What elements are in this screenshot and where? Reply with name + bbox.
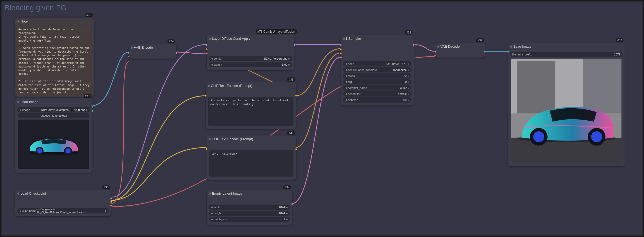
sched-value: normal — [398, 92, 407, 95]
steps-number[interactable]: ◀steps20▶ — [343, 73, 412, 78]
workflow-canvas[interactable]: Blending given FG #73 ComfyUI-layerdiffu… — [1, 1, 643, 236]
port-model-out[interactable] — [293, 44, 296, 46]
node-clip-positive[interactable]: #35 CLIP Text Encode (Prompt) A sports c… — [206, 82, 296, 129]
port-model-in[interactable] — [340, 44, 342, 46]
port-clip-in[interactable] — [205, 95, 207, 97]
port-mask-out[interactable] — [91, 110, 94, 112]
node-layer-diffuse[interactable]: Layer Diffuse Cond Apply ◀config SDXL, F… — [207, 35, 294, 70]
node-clip-negative[interactable]: #36 CLIP Text Encode (Prompt) text, wate… — [206, 136, 296, 180]
denoise-number[interactable]: ◀denoise1.00▶ — [343, 97, 412, 103]
port-latent-out[interactable] — [413, 44, 415, 46]
port-images-in[interactable] — [507, 51, 509, 53]
node-badge: #32 — [405, 30, 413, 35]
node-title: Load Checkpoint — [15, 190, 111, 197]
node-title: CLIP Text Encode (Prompt) — [206, 82, 296, 89]
node-badge: #82 — [616, 38, 624, 42]
sampler-combo[interactable]: ◀sampler_nameeuler▶ — [343, 85, 412, 91]
node-vae-decode[interactable]: #39 VAE Decode — [435, 43, 485, 58]
svg-point-4 — [66, 148, 71, 154]
port-cond-out[interactable] — [295, 95, 297, 97]
port-positive-in[interactable] — [340, 48, 342, 50]
port-vae-in[interactable] — [434, 54, 436, 57]
height-number[interactable]: ◀height1024▶ — [209, 211, 290, 216]
port-image-out[interactable] — [484, 51, 486, 53]
port-cond-in[interactable] — [206, 48, 208, 50]
steps-label: steps — [348, 74, 355, 77]
cfg-label: cfg — [348, 80, 352, 83]
port-latent-in[interactable] — [206, 52, 208, 54]
prompt-text[interactable]: A sports car parked on the side of the s… — [208, 97, 293, 126]
svg-point-14 — [591, 131, 602, 142]
node-title: VAE Encode — [129, 44, 176, 51]
seed-number[interactable]: ◀seed218340940027871▶ — [343, 61, 412, 66]
width-number[interactable]: ◀width1024▶ — [209, 205, 290, 210]
prefix-label: filename_prefix — [512, 53, 532, 56]
port-clip-in[interactable] — [205, 148, 208, 150]
ctrl-value: randomize — [393, 68, 407, 71]
batch-value: 1 — [283, 218, 285, 221]
batch-label: batch_size — [214, 218, 228, 221]
node-title: KSampler — [341, 35, 414, 42]
port-vae-out[interactable] — [110, 205, 112, 207]
prefix-value: 1079 — [614, 53, 620, 56]
seed-value: 218340940027871 — [383, 62, 407, 65]
denoise-label: denoise — [348, 98, 358, 101]
ckpt-label: ckpt_name — [22, 209, 36, 212]
node-ksampler[interactable]: #32 KSampler ◀seed218340940027871▶ ◀cont… — [341, 35, 414, 105]
config-combo[interactable]: ◀config SDXL, Foreground▶ — [209, 56, 292, 61]
image-combo[interactable]: ◀image RunComfy_examples_1079_0.png▶ — [17, 107, 90, 112]
node-badge: #34 — [283, 185, 291, 189]
node-title: CLIP Text Encode (Prompt) — [206, 136, 296, 143]
node-vae-encode[interactable]: #74 VAE Encode — [129, 44, 176, 59]
node-title: Load Image — [15, 98, 92, 105]
steps-value: 20 — [403, 74, 407, 77]
port-latent-out[interactable] — [291, 203, 293, 205]
input-image-preview — [18, 120, 89, 169]
port-negative-in[interactable] — [340, 52, 342, 54]
port-clip-out[interactable] — [110, 201, 112, 203]
sampler-value: euler — [400, 86, 407, 89]
node-badge: #79 — [85, 13, 93, 17]
node-badge: #36 — [287, 131, 295, 135]
node-badge: #33 — [102, 185, 110, 189]
weight-value: 1.00 — [282, 63, 287, 66]
port-vae-in[interactable] — [128, 55, 130, 58]
workflow-title: Blending given FG — [5, 4, 66, 12]
batch-number[interactable]: ◀batch_size1▶ — [209, 217, 290, 222]
node-badge: #37 — [84, 94, 91, 98]
cfg-number[interactable]: ◀cfg8.0▶ — [343, 79, 412, 84]
port-image-out[interactable] — [91, 106, 94, 108]
node-load-checkpoint[interactable]: #33 Load Checkpoint ◀ckpt_name sdxlJugge… — [15, 190, 111, 216]
port-pixels-in[interactable] — [128, 52, 130, 54]
filename-prefix[interactable]: filename_prefix 1079 — [510, 52, 623, 57]
sampler-label: sampler_name — [348, 86, 367, 89]
node-empty-latent[interactable]: #34 Empty Latent Image ◀width1024▶ ◀heig… — [207, 190, 292, 225]
svg-rect-7 — [517, 61, 555, 114]
node-title: Save Image — [508, 43, 625, 50]
node-badge: #35 — [287, 77, 295, 82]
node-title: VAE Decode — [435, 43, 485, 50]
weight-label: weight — [214, 63, 222, 66]
denoise-value: 1.00 — [401, 98, 407, 101]
node-load-image[interactable]: #37 Load Image ◀image RunComfy_examples_… — [15, 98, 92, 173]
node-save-image[interactable]: #82 Save Image filename_prefix 1079 — [508, 43, 625, 166]
control-combo[interactable]: ◀control_after_generaterandomize▶ — [343, 67, 412, 72]
ctrl-label: control_after_generate — [348, 68, 377, 71]
weight-number[interactable]: ◀weight 1.00▶ — [209, 62, 292, 67]
ckpt-combo[interactable]: ◀ckpt_name sdxlJuggernaut-XL_v9_RunDiffu… — [17, 208, 109, 213]
node-title: Layer Diffuse Cond Apply — [207, 35, 294, 42]
car-icon — [25, 132, 82, 157]
node-note[interactable]: #79 Note Generate backgrounds based on t… — [15, 18, 94, 97]
scheduler-combo[interactable]: ◀schedulernormal▶ — [343, 91, 412, 97]
port-latent-out[interactable] — [175, 52, 177, 54]
node-title: Note — [15, 18, 94, 25]
port-cond-out[interactable] — [295, 148, 297, 150]
image-value: RunComfy_examples_1079_0.png — [41, 108, 85, 111]
prompt-text[interactable]: text, watermark — [209, 150, 293, 177]
port-model-out[interactable] — [110, 197, 112, 199]
cfg-value: 8.0 — [403, 80, 407, 83]
port-samples-in[interactable] — [434, 51, 436, 53]
port-model-in[interactable] — [206, 44, 208, 46]
port-latent-in[interactable] — [340, 57, 342, 59]
upload-button[interactable]: choose file to upload — [18, 113, 89, 118]
